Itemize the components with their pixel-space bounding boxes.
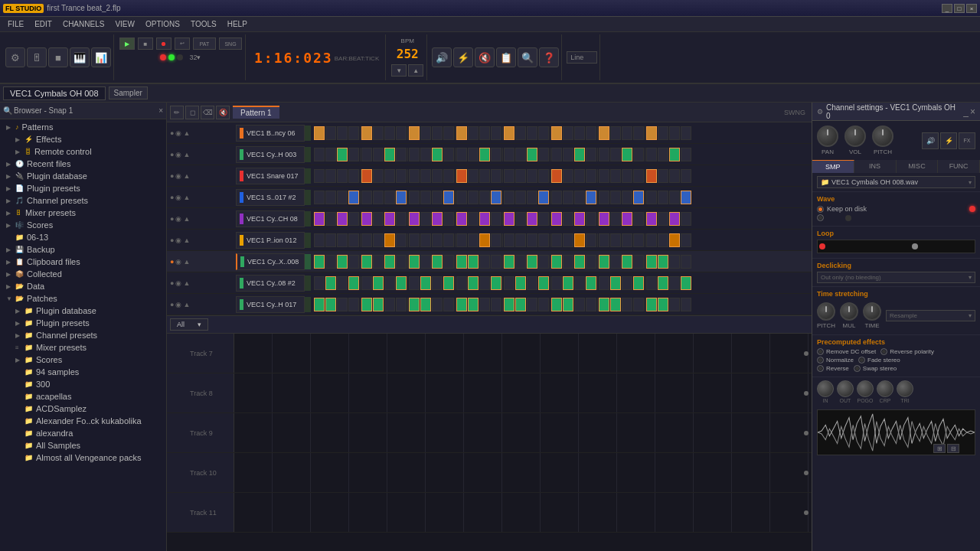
step-button[interactable] — [384, 255, 395, 269]
step-button[interactable] — [563, 212, 573, 226]
step-button[interactable] — [538, 191, 549, 204]
step-button[interactable] — [491, 212, 501, 226]
step-button[interactable] — [658, 298, 668, 311]
toolbar-icon-1[interactable]: ⚙ — [5, 47, 25, 67]
step-button[interactable] — [610, 255, 621, 269]
sidebar-item-allsamples[interactable]: 📁 All Samples — [0, 439, 166, 452]
step-button[interactable] — [373, 276, 384, 290]
seq-solo[interactable]: ◉ — [175, 236, 181, 244]
step-button[interactable] — [373, 233, 384, 247]
step-button[interactable] — [633, 255, 644, 269]
step-button[interactable] — [658, 276, 668, 290]
step-button[interactable] — [681, 212, 691, 226]
step-button[interactable] — [610, 276, 621, 290]
step-button[interactable] — [599, 255, 609, 269]
step-button[interactable] — [373, 298, 384, 311]
step-button[interactable] — [563, 191, 573, 204]
step-button[interactable] — [396, 126, 407, 140]
step-button[interactable] — [361, 212, 372, 226]
step-button[interactable] — [563, 169, 573, 183]
step-button[interactable] — [384, 233, 395, 247]
step-button[interactable] — [491, 191, 501, 204]
step-button[interactable] — [633, 298, 644, 311]
minimize-button[interactable]: _ — [942, 4, 952, 13]
step-button[interactable] — [325, 233, 336, 247]
step-button[interactable] — [610, 233, 621, 247]
step-button[interactable] — [633, 276, 644, 290]
sidebar-item-94samples[interactable]: 📁 94 samples — [0, 366, 166, 378]
step-button[interactable] — [491, 126, 501, 140]
ts-knob-2[interactable] — [840, 302, 858, 321]
step-button[interactable] — [384, 126, 395, 140]
tool-erase[interactable]: ⌫ — [201, 106, 214, 119]
step-button[interactable] — [432, 212, 443, 226]
step-button[interactable] — [669, 169, 680, 183]
step-button[interactable] — [504, 298, 514, 311]
stop-button[interactable]: ■ — [138, 37, 153, 50]
step-button[interactable] — [515, 191, 526, 204]
step-button[interactable] — [586, 126, 596, 140]
step-button[interactable] — [409, 255, 420, 269]
seq-volume-bar[interactable] — [305, 254, 311, 269]
precomp-radio-5[interactable] — [817, 365, 824, 372]
tool-select[interactable]: ◻ — [185, 106, 199, 119]
step-button[interactable] — [599, 233, 609, 247]
seq-up[interactable]: ▲ — [183, 172, 190, 180]
sidebar-item-alexandra[interactable]: 📁 alexandra — [0, 427, 166, 439]
knob-out[interactable] — [837, 380, 854, 397]
step-button[interactable] — [669, 233, 680, 247]
seq-mute[interactable]: ● — [170, 194, 174, 201]
step-button[interactable] — [586, 276, 596, 290]
toolbar-icon-4[interactable]: 🎹 — [70, 47, 90, 67]
step-button[interactable] — [479, 255, 490, 269]
step-button[interactable] — [468, 148, 479, 161]
step-button[interactable] — [337, 298, 348, 311]
step-button[interactable] — [681, 191, 691, 204]
step-button[interactable] — [538, 169, 549, 183]
step-button[interactable] — [551, 233, 562, 247]
precomp-radio-6[interactable] — [854, 365, 861, 372]
step-button[interactable] — [658, 191, 668, 204]
play-button[interactable]: ▶ — [119, 37, 135, 50]
step-button[interactable] — [479, 169, 490, 183]
step-button[interactable] — [538, 255, 549, 269]
browser-close[interactable]: × — [158, 106, 163, 115]
step-button[interactable] — [396, 169, 407, 183]
step-button[interactable] — [563, 298, 573, 311]
step-button[interactable] — [538, 148, 549, 161]
ch-icon-2[interactable]: ⚡ — [940, 132, 957, 149]
step-button[interactable] — [348, 148, 359, 161]
step-button[interactable] — [658, 212, 668, 226]
step-button[interactable] — [420, 191, 431, 204]
step-button[interactable] — [420, 169, 431, 183]
step-button[interactable] — [563, 276, 573, 290]
ts-knob-1[interactable] — [817, 302, 835, 321]
step-button[interactable] — [314, 298, 325, 311]
seq-up[interactable]: ▲ — [183, 215, 190, 223]
step-button[interactable] — [563, 148, 573, 161]
step-button[interactable] — [574, 212, 585, 226]
step-button[interactable] — [622, 233, 632, 247]
step-button[interactable] — [361, 298, 372, 311]
step-button[interactable] — [325, 212, 336, 226]
seq-solo[interactable]: ◉ — [175, 151, 181, 158]
step-button[interactable] — [610, 298, 621, 311]
step-button[interactable] — [456, 148, 467, 161]
step-button[interactable] — [409, 298, 420, 311]
step-button[interactable] — [622, 148, 632, 161]
step-button[interactable] — [348, 255, 359, 269]
step-button[interactable] — [515, 255, 526, 269]
sidebar-item-0613[interactable]: 📁 06-13 — [0, 231, 166, 243]
seq-volume-bar[interactable] — [305, 233, 311, 248]
step-button[interactable] — [348, 233, 359, 247]
step-button[interactable] — [443, 212, 454, 226]
sidebar-item-backup[interactable]: ▶ 💾 Backup — [0, 243, 166, 256]
step-button[interactable] — [443, 169, 454, 183]
step-button[interactable] — [491, 255, 501, 269]
track-handle[interactable] — [804, 471, 808, 475]
step-button[interactable] — [504, 148, 514, 161]
step-button[interactable] — [373, 212, 384, 226]
step-button[interactable] — [337, 126, 348, 140]
tool-draw[interactable]: ✏ — [170, 106, 184, 119]
step-button[interactable] — [669, 255, 680, 269]
